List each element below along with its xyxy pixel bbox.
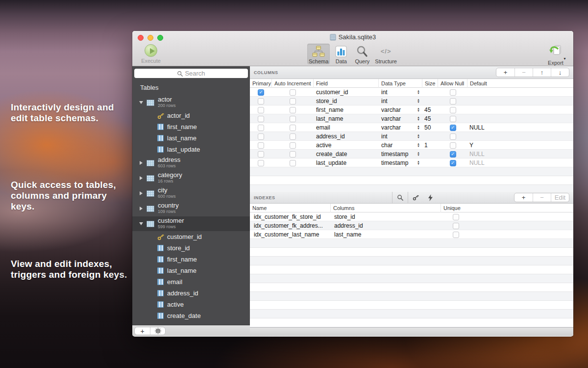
field-name[interactable]: address_id <box>314 132 379 141</box>
tree-item[interactable]: address 603 rows <box>132 156 250 170</box>
tree-item[interactable]: country 109 rows <box>132 201 250 216</box>
stepper-down-icon[interactable]: ▼ <box>417 119 420 121</box>
default-value[interactable]: NULL <box>467 150 573 158</box>
data-type-value[interactable]: int <box>379 132 415 141</box>
tree-item[interactable]: create_date <box>132 310 250 321</box>
field-name[interactable]: last_name <box>314 114 379 123</box>
size-value[interactable]: 45 <box>422 114 438 123</box>
data-type-stepper[interactable]: ▲▼ <box>415 158 422 167</box>
data-type-stepper[interactable]: ▲▼ <box>415 97 422 105</box>
data-type-value[interactable]: varchar <box>379 105 415 114</box>
column-header[interactable]: Auto Increment <box>272 79 314 88</box>
default-value[interactable] <box>467 97 573 105</box>
index-row[interactable]: idx_customer_fk_store_id store_id <box>250 212 573 221</box>
index-name[interactable]: idx_customer_fk_store_id <box>250 212 331 221</box>
default-value[interactable] <box>467 114 573 123</box>
data-type-value[interactable]: int <box>379 88 415 97</box>
disclosure-triangle-icon[interactable] <box>140 176 147 180</box>
disclosure-triangle-icon[interactable] <box>140 207 147 210</box>
primary-checkbox[interactable] <box>258 142 264 149</box>
column-header[interactable]: Allow Null <box>438 79 467 88</box>
toolbar-view-button[interactable]: </> Schema <box>307 44 330 64</box>
execute-button[interactable]: Execute <box>138 44 164 64</box>
column-header[interactable]: Primary <box>250 79 272 88</box>
index-column-header[interactable]: Unique <box>441 204 470 212</box>
column-header[interactable]: Size <box>422 79 438 88</box>
tree-item[interactable]: first_name <box>132 254 250 265</box>
unique-checkbox[interactable] <box>453 214 459 220</box>
indexes-action-button[interactable]: − <box>533 193 551 202</box>
table-row[interactable]: create_date timestamp ▲▼ NULL <box>250 150 573 158</box>
table-row[interactable]: last_name varchar ▲▼ 45 <box>250 114 573 123</box>
stepper-down-icon[interactable]: ▼ <box>417 101 420 104</box>
tree-item[interactable]: actor_id <box>132 110 250 121</box>
auto-increment-checkbox[interactable] <box>290 125 296 131</box>
allow-null-checkbox[interactable] <box>450 160 456 166</box>
search-input[interactable]: Search <box>134 69 248 78</box>
toolbar-view-button[interactable]: </> Data <box>331 44 351 64</box>
index-row[interactable]: idx_customer_fk_addres... address_id <box>250 221 573 230</box>
primary-checkbox[interactable] <box>258 89 264 96</box>
data-type-value[interactable]: varchar <box>379 123 415 132</box>
primary-checkbox[interactable] <box>258 116 264 122</box>
tree-item[interactable]: active <box>132 299 250 310</box>
auto-increment-checkbox[interactable] <box>290 107 296 113</box>
data-type-stepper[interactable]: ▲▼ <box>415 132 422 141</box>
tree-item[interactable]: store_id <box>132 242 250 254</box>
tree-item[interactable]: city 600 rows <box>132 186 250 201</box>
index-columns[interactable]: store_id <box>331 212 441 221</box>
column-header[interactable]: Data Type <box>379 79 422 88</box>
allow-null-checkbox[interactable] <box>450 116 456 122</box>
index-column-header[interactable]: Name <box>250 204 331 212</box>
disclosure-triangle-icon[interactable] <box>140 222 147 226</box>
auto-increment-checkbox[interactable] <box>290 98 296 105</box>
table-row[interactable]: address_id int ▲▼ <box>250 132 573 141</box>
field-name[interactable]: last_update <box>314 158 379 167</box>
stepper-down-icon[interactable]: ▼ <box>417 136 420 139</box>
columns-action-button[interactable]: ↑ <box>533 68 551 77</box>
primary-checkbox[interactable] <box>258 125 264 131</box>
index-column-header[interactable]: Columns <box>331 204 441 212</box>
data-type-value[interactable]: char <box>379 141 415 150</box>
data-type-value[interactable]: timestamp <box>379 158 415 167</box>
size-value[interactable]: 45 <box>422 105 438 114</box>
auto-increment-checkbox[interactable] <box>290 133 296 140</box>
primary-checkbox[interactable] <box>258 151 264 158</box>
triggers-button[interactable] <box>423 192 438 203</box>
allow-null-checkbox[interactable] <box>450 89 456 96</box>
field-name[interactable]: store_id <box>314 97 379 105</box>
stepper-down-icon[interactable]: ▼ <box>417 163 420 165</box>
auto-increment-checkbox[interactable] <box>290 151 296 158</box>
stepper-down-icon[interactable]: ▼ <box>417 154 420 157</box>
add-table-button[interactable]: + <box>135 327 150 335</box>
field-name[interactable]: active <box>314 141 379 150</box>
auto-increment-checkbox[interactable] <box>290 116 296 122</box>
table-row[interactable]: customer_id int ▲▼ <box>250 88 573 97</box>
indexes-action-button[interactable]: Edit <box>551 193 569 202</box>
allow-null-checkbox[interactable] <box>450 151 456 158</box>
tree-item[interactable]: last_name <box>132 132 250 144</box>
data-type-stepper[interactable]: ▲▼ <box>415 88 422 97</box>
tree-item[interactable]: customer 599 rows <box>132 216 250 231</box>
field-name[interactable]: create_date <box>314 150 379 158</box>
stepper-down-icon[interactable]: ▼ <box>417 145 420 148</box>
foreign-keys-button[interactable] <box>408 192 423 203</box>
index-name[interactable]: idx_customer_last_name <box>250 230 331 239</box>
size-value[interactable] <box>422 88 438 97</box>
tree-item[interactable]: last_name <box>132 265 250 276</box>
table-row[interactable]: store_id int ▲▼ <box>250 97 573 105</box>
disclosure-triangle-icon[interactable] <box>140 101 147 105</box>
field-name[interactable]: customer_id <box>314 88 379 97</box>
indexes-action-button[interactable]: + <box>514 193 533 202</box>
default-value[interactable] <box>467 105 573 114</box>
default-value[interactable] <box>467 88 573 97</box>
primary-checkbox[interactable] <box>258 107 264 113</box>
table-row[interactable]: last_update timestamp ▲▼ NULL <box>250 158 573 167</box>
disclosure-triangle-icon[interactable] <box>140 191 147 195</box>
primary-checkbox[interactable] <box>258 98 264 105</box>
primary-checkbox[interactable] <box>258 133 264 140</box>
tree-item[interactable]: category 16 rows <box>132 171 250 185</box>
tree-item[interactable]: email <box>132 276 250 288</box>
export-button[interactable]: ▼ Export <box>544 44 567 66</box>
auto-increment-checkbox[interactable] <box>290 142 296 149</box>
